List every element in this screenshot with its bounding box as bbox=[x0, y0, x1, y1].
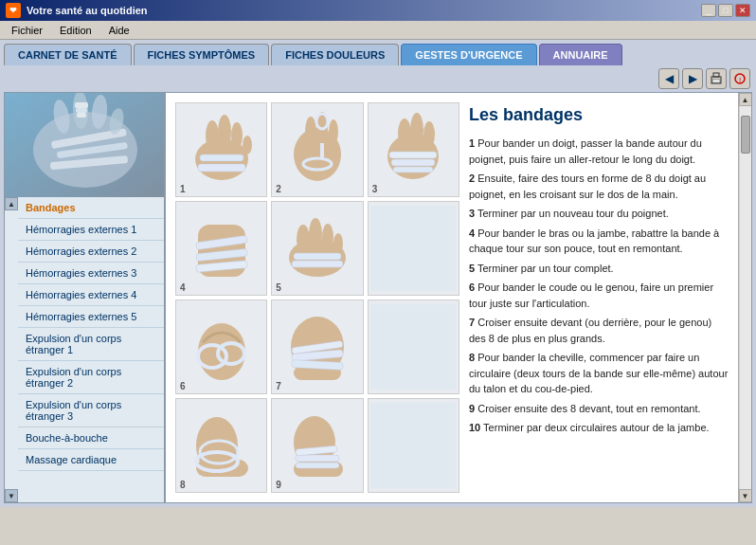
main-scrollbar: ▲ ▼ bbox=[738, 93, 751, 502]
svg-rect-16 bbox=[77, 113, 86, 118]
svg-point-50 bbox=[322, 224, 333, 250]
svg-rect-2 bbox=[712, 80, 720, 82]
image-7: 7 bbox=[271, 300, 363, 394]
nav-print2-button[interactable]: ! bbox=[729, 68, 750, 89]
image-4: 4 bbox=[175, 201, 267, 296]
main-content: 1 2 bbox=[165, 92, 752, 503]
sidebar-item-massage[interactable]: Massage cardiaque bbox=[18, 449, 164, 471]
sidebar-illustration bbox=[5, 93, 164, 197]
scrollbar-track[interactable] bbox=[740, 106, 751, 489]
svg-point-51 bbox=[333, 233, 343, 254]
svg-rect-53 bbox=[294, 253, 341, 260]
tab-annuaire[interactable]: ANNUAIRE bbox=[539, 44, 622, 65]
content-inner: 1 2 bbox=[166, 93, 738, 502]
image-empty-1 bbox=[368, 201, 459, 296]
svg-point-29 bbox=[329, 119, 338, 144]
sidebar-scroll-up[interactable]: ▲ bbox=[5, 197, 18, 210]
sidebar-scroll-down[interactable]: ▼ bbox=[5, 489, 18, 502]
tabs-row: CARNET DE SANTÉ FICHES SYMPTÔMES FICHES … bbox=[0, 40, 756, 65]
menu-aide[interactable]: Aide bbox=[101, 23, 137, 38]
minimize-button[interactable]: _ bbox=[701, 4, 716, 17]
tab-gestes-urgence[interactable]: GESTES D'URGENCE bbox=[401, 44, 536, 65]
scrollbar-up-arrow[interactable]: ▲ bbox=[739, 93, 752, 106]
svg-rect-54 bbox=[370, 206, 456, 291]
image-empty-3 bbox=[368, 398, 459, 493]
svg-rect-14 bbox=[75, 102, 88, 108]
svg-point-21 bbox=[231, 122, 243, 149]
svg-text:!: ! bbox=[739, 76, 741, 84]
svg-point-22 bbox=[243, 136, 252, 154]
sidebar-item-bandages[interactable]: Bandages bbox=[18, 197, 164, 219]
svg-rect-77 bbox=[370, 403, 456, 488]
main-layout: ▲ Bandages Hémorragies externes 1 Hémorr… bbox=[0, 92, 756, 507]
image-6: 6 bbox=[175, 300, 267, 394]
sidebar-item-hemorragies4[interactable]: Hémorragies externes 4 bbox=[18, 284, 164, 306]
sidebar-item-hemorragies1[interactable]: Hémorragies externes 1 bbox=[18, 219, 164, 241]
window-controls: _ □ ✕ bbox=[701, 4, 750, 17]
svg-rect-38 bbox=[391, 159, 435, 166]
svg-rect-74 bbox=[296, 455, 339, 462]
article-para-6: 6 Pour bander le coude ou le genou, fair… bbox=[469, 280, 729, 311]
scrollbar-thumb[interactable] bbox=[741, 116, 750, 154]
title-bar: ❤ Votre santé au quotidien _ □ ✕ bbox=[0, 0, 756, 21]
sidebar-image bbox=[5, 93, 164, 197]
sidebar-item-bouche[interactable]: Bouche-à-bouche bbox=[18, 427, 164, 449]
app-icon: ❤ bbox=[6, 3, 21, 18]
nav-print-button[interactable] bbox=[706, 68, 727, 89]
image-number-1: 1 bbox=[180, 184, 186, 194]
scrollbar-down-arrow[interactable]: ▼ bbox=[739, 489, 752, 502]
sidebar-item-hemorragies3[interactable]: Hémorragies externes 3 bbox=[18, 263, 164, 284]
tab-carnet[interactable]: CARNET DE SANTÉ bbox=[4, 44, 132, 65]
svg-rect-52 bbox=[292, 261, 343, 267]
svg-rect-75 bbox=[296, 463, 339, 468]
sidebar: ▲ Bandages Hémorragies externes 1 Hémorr… bbox=[4, 92, 165, 503]
image-number-8: 8 bbox=[180, 480, 186, 490]
menu-edition[interactable]: Edition bbox=[52, 23, 99, 38]
svg-point-36 bbox=[410, 113, 423, 147]
nav-back-button[interactable]: ◀ bbox=[658, 68, 679, 89]
svg-point-37 bbox=[423, 121, 435, 148]
article-title: Les bandages bbox=[469, 102, 729, 128]
svg-rect-40 bbox=[389, 152, 437, 158]
svg-point-48 bbox=[297, 225, 310, 253]
image-grid: 1 2 bbox=[175, 102, 459, 493]
image-number-3: 3 bbox=[372, 184, 378, 194]
image-number-9: 9 bbox=[276, 480, 281, 490]
close-button[interactable]: ✕ bbox=[735, 4, 750, 17]
svg-rect-23 bbox=[198, 164, 245, 172]
window-title: Votre santé au quotidien bbox=[27, 5, 148, 16]
maximize-button[interactable]: □ bbox=[718, 4, 733, 17]
sidebar-menu: Bandages Hémorragies externes 1 Hémorrag… bbox=[5, 197, 164, 502]
sidebar-item-expulsion1[interactable]: Expulsion d'un corps étranger 1 bbox=[18, 328, 164, 361]
image-number-2: 2 bbox=[276, 184, 281, 194]
sidebar-item-expulsion2[interactable]: Expulsion d'un corps étranger 2 bbox=[18, 361, 164, 394]
image-1: 1 bbox=[175, 102, 267, 197]
image-9: 9 bbox=[271, 398, 363, 493]
image-number-4: 4 bbox=[180, 282, 186, 293]
svg-point-35 bbox=[398, 118, 411, 149]
menu-fichier[interactable]: Fichier bbox=[4, 23, 50, 38]
image-number-5: 5 bbox=[276, 282, 281, 293]
article-para-8: 8 Pour bander la cheville, commencer par… bbox=[469, 350, 729, 397]
nav-forward-button[interactable]: ▶ bbox=[682, 68, 703, 89]
image-empty-2 bbox=[368, 300, 459, 394]
svg-rect-39 bbox=[393, 167, 433, 173]
article-para-10: 10 Terminer par deux circulaires autour … bbox=[469, 420, 729, 436]
image-2: 2 bbox=[271, 102, 363, 197]
sidebar-item-hemorragies5[interactable]: Hémorragies externes 5 bbox=[18, 306, 164, 328]
sidebar-item-hemorragies2[interactable]: Hémorragies externes 2 bbox=[18, 241, 164, 263]
menu-bar: Fichier Edition Aide bbox=[0, 21, 756, 40]
article-para-5: 5 Terminer par un tour complet. bbox=[469, 261, 729, 277]
image-8: 8 bbox=[175, 398, 267, 493]
tab-fiches-douleurs[interactable]: FICHES DOULEURS bbox=[271, 44, 399, 65]
nav-buttons-row: ◀ ▶ ! bbox=[0, 65, 756, 92]
svg-point-20 bbox=[218, 115, 231, 149]
sidebar-item-expulsion3[interactable]: Expulsion d'un corps étranger 3 bbox=[18, 394, 164, 427]
image-number-7: 7 bbox=[276, 381, 281, 391]
article-para-7: 7 Croiser ensuite devant (ou derrière, p… bbox=[469, 315, 729, 346]
image-5: 5 bbox=[271, 201, 363, 296]
article-text: Les bandages 1 Pour bander un doigt, pas… bbox=[469, 102, 729, 493]
svg-rect-15 bbox=[76, 108, 87, 113]
tab-fiches-symptomes[interactable]: FICHES SYMPTÔMES bbox=[134, 44, 270, 65]
svg-point-27 bbox=[305, 117, 316, 145]
